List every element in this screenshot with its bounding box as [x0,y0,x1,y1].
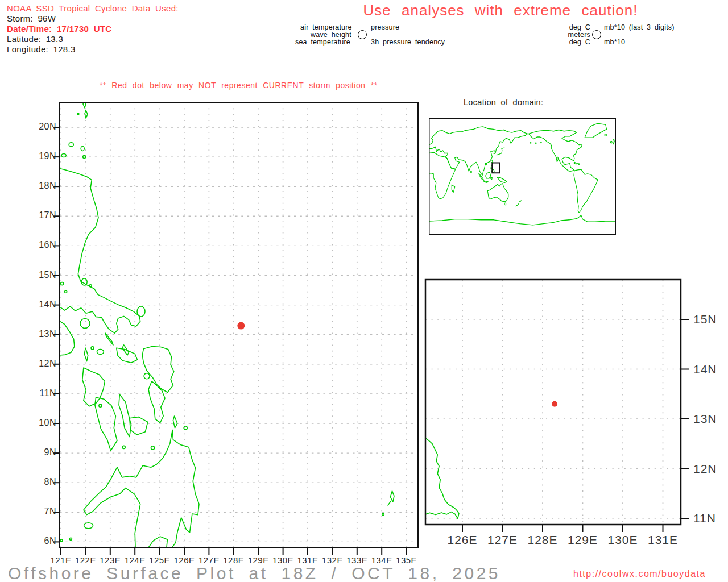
storm-longitude-line: Longitude: 128.3 [7,44,76,54]
lat-tick-label: 8N [16,477,56,487]
domain-rectangle [492,163,499,173]
main-map-ticks [53,127,407,555]
offshore-surface-plot-page: NOAA SSD Tropical Cyclone Data Used: Sto… [0,0,728,582]
caution-banner: Use analyses with extreme caution! [341,2,660,19]
lat-tick-label: 16N [16,240,56,250]
storm-id-line: Storm: 96W [7,14,56,23]
zoom-map-ticks [462,319,689,532]
lon-tick-label: 130E [600,533,646,547]
storm-position-dot [552,401,557,407]
legend-pressure-units: mb*10 (last 3 digits) [604,23,675,31]
lon-tick-label: 128E [520,533,565,547]
philippines-coastline [59,100,394,548]
lat-tick-label: 15N [16,270,56,280]
legend-air-temperature: air temperature [300,23,352,31]
storm-position-dot [237,322,245,330]
lat-tick-label: 15N [693,313,717,326]
lat-tick-label: 10N [16,418,56,428]
storm-datetime-line: Date/Time: 17/1730 UTC [7,24,111,34]
lon-tick-label: 127E [480,533,526,547]
lat-tick-label: 20N [16,122,56,132]
lat-tick-label: 19N [16,151,56,161]
legend-air-temp-units: deg C [547,23,590,31]
lat-tick-label: 14N [16,300,56,310]
station-circle-units-icon [592,30,601,39]
legend-pressure: pressure [371,23,399,31]
zoom-map [421,276,728,546]
source-url: http://coolwx.com/buoydata [573,569,706,579]
lon-tick-label: 129E [560,533,606,547]
lat-tick-label: 14N [693,363,717,376]
lat-tick-label: 17N [16,210,56,221]
station-circle-icon [358,30,367,39]
lat-tick-label: 12N [693,462,717,476]
legend-wave-height: wave height [311,31,351,39]
lat-tick-label: 12N [16,359,56,369]
lon-tick-label: 126E [440,533,485,547]
plot-title: Offshore Surface Plot at 18Z / OCT 18, 2… [8,564,500,582]
lat-tick-label: 6N [16,536,56,546]
legend-pressure-tendency: 3h pressure tendency [371,38,445,46]
lat-tick-label: 18N [16,181,56,191]
legend-sea-temperature: sea temperature [295,38,350,46]
world-coastlines [429,123,616,225]
main-map [48,95,427,567]
noaa-source-note: NOAA SSD Tropical Cyclone Data Used: [7,3,179,13]
inset-map-title: Location of domain: [464,98,543,107]
lat-tick-label: 9N [16,447,56,458]
lat-tick-label: 11N [16,388,56,398]
lat-tick-label: 11N [693,512,716,525]
legend-sea-temp-units: deg C [547,38,590,46]
lat-tick-label: 7N [16,506,56,517]
storm-latitude-line: Latitude: 13.3 [7,34,63,44]
lon-tick-label: 131E [640,533,686,547]
legend-wave-height-units: meters [547,31,590,39]
storm-position-warning: ** Red dot below may NOT represent CURRE… [100,81,378,90]
samar-coastline [425,438,459,518]
lat-tick-label: 13N [16,329,56,339]
world-inset-map [429,118,616,235]
legend-tendency-units: mb*10 [604,38,625,46]
lat-tick-label: 13N [693,412,717,426]
